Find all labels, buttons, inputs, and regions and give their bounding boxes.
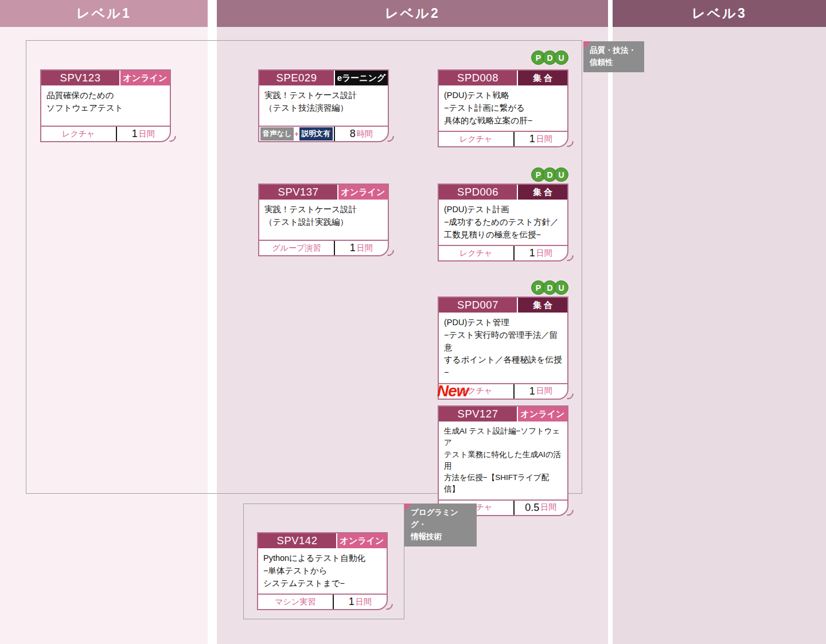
course-title-line: −単体テストから (263, 565, 381, 577)
category-label-line: プログラミング・ (411, 507, 472, 531)
course-method: レクチャ (439, 132, 515, 146)
course-title-line: 工数見積りの極意を伝授− (444, 229, 562, 241)
description-available-badge: 説明文有 (299, 127, 333, 140)
course-title: (PDU)テスト計画 −成功するためのテスト方針／ 工数見積りの極意を伝授− (439, 200, 567, 245)
course-code: SPV123 (41, 71, 119, 85)
category-label-line: 情報技術 (411, 531, 472, 543)
course-footer: レクチャ 1 日間 (41, 126, 170, 141)
course-title-line: ソフトウェアテスト (46, 102, 165, 115)
course-card-spd006[interactable]: SPD006 集 合 (PDU)テスト計画 −成功するためのテスト方針／ 工数見… (438, 184, 568, 261)
course-title: Pythonによるテスト自動化 −単体テストから システムテストまで− (258, 548, 387, 594)
duration-unit: 日間 (536, 134, 552, 145)
course-title-line: するポイント／各種秘訣を伝授− (444, 354, 562, 379)
course-card-header: SPV123 オンライン (41, 71, 170, 85)
pdu-badge: P D U (531, 50, 568, 65)
course-code: SPD007 (439, 298, 517, 313)
pdu-letter: U (554, 280, 568, 295)
delivery-badge-online: オンライン (517, 407, 567, 421)
course-title: 実践！テストケース設計 （テスト技法演習編） (259, 85, 388, 126)
course-footer: レクチャ 1 日間 (439, 131, 567, 146)
course-footer: 音声なし + 説明文有 8 時間 (259, 126, 388, 141)
course-footer: マシン実習 1 日間 (258, 594, 387, 609)
course-title-line: −テスト計画に繋がる (444, 102, 562, 115)
duration-value: 0.5 (525, 502, 539, 514)
course-card-header: SPD008 集 合 (439, 71, 567, 85)
duration-value: 1 (132, 128, 138, 140)
level2-header: レベル2 (217, 0, 608, 27)
course-method: レクチャ (439, 246, 515, 260)
course-method: マシン実習 (258, 595, 334, 609)
course-title-line: テスト業務に特化した生成AIの活用 (444, 449, 562, 473)
course-title-line: （テスト設計実践編） (264, 216, 383, 229)
level3-header: レベル3 (613, 0, 826, 27)
duration-value: 1 (529, 133, 535, 145)
course-title-line: 生成AI テスト設計編−ソフトウェア (444, 426, 562, 449)
course-card-spe029[interactable]: SPE029 eラーニング 実践！テストケース設計 （テスト技法演習編） 音声な… (258, 69, 389, 142)
course-card-header: SPV137 オンライン (259, 185, 388, 200)
audio-none-badge: 音声なし (260, 127, 294, 140)
new-flag: New (437, 382, 469, 400)
course-title-line: （テスト技法演習編） (264, 102, 383, 115)
duration-unit: 日間 (536, 248, 552, 259)
category-label-programming: プログラミング・ 情報技術 (404, 504, 477, 547)
duration-value: 1 (529, 247, 535, 259)
delivery-badge-online: オンライン (336, 533, 387, 548)
pdu-letter: U (554, 167, 568, 182)
course-footer: グループ演習 1 日間 (259, 240, 388, 255)
category-label-quality: 品質・技法・ 信頼性 (583, 41, 644, 72)
course-title-line: (PDU)テスト管理 (444, 317, 562, 329)
course-card-header: SPE029 eラーニング (259, 71, 388, 85)
course-title-line: (PDU)テスト計画 (444, 204, 562, 216)
course-card-spv137[interactable]: SPV137 オンライン 実践！テストケース設計 （テスト設計実践編） グループ… (258, 184, 389, 256)
course-title-line: 実践！テストケース設計 (264, 89, 383, 102)
course-title-line: (PDU)テスト戦略 (444, 89, 562, 102)
delivery-badge-classroom: 集 合 (517, 298, 567, 313)
duration-value: 1 (529, 385, 535, 397)
course-code: SPV137 (259, 185, 337, 200)
delivery-badge-classroom: 集 合 (517, 71, 567, 85)
course-title: (PDU)テスト管理 −テスト実行時の管理手法／留意 するポイント／各種秘訣を伝… (439, 313, 567, 383)
plus-separator: + (294, 130, 299, 138)
course-card-spd008[interactable]: SPD008 集 合 (PDU)テスト戦略 −テスト計画に繋がる 具体的な戦略立… (438, 69, 568, 147)
course-method: 音声なし + 説明文有 (259, 127, 335, 141)
duration-value: 1 (349, 596, 354, 608)
duration-unit: 時間 (357, 129, 373, 139)
course-title: 実践！テストケース設計 （テスト設計実践編） (259, 200, 388, 240)
duration-unit: 日間 (357, 243, 373, 253)
level1-header: レベル1 (0, 0, 208, 27)
course-method: レクチャ (41, 127, 117, 141)
course-title-line: 実践！テストケース設計 (264, 204, 383, 216)
course-title-line: Pythonによるテスト自動化 (263, 552, 381, 565)
level3-column-background (613, 27, 826, 644)
course-code: SPE029 (259, 71, 334, 85)
duration-unit: 日間 (536, 386, 552, 396)
course-card-header: SPD006 集 合 (439, 185, 567, 200)
course-title-line: −成功するためのテスト方針／ (444, 216, 562, 229)
delivery-badge-classroom: 集 合 (517, 185, 567, 200)
course-card-spv142[interactable]: SPV142 オンライン Pythonによるテスト自動化 −単体テストから シス… (257, 532, 388, 610)
duration-unit: 日間 (356, 597, 372, 607)
delivery-badge-online: オンライン (119, 71, 170, 85)
delivery-badge-elearning: eラーニング (334, 71, 388, 85)
course-card-spv127[interactable]: SPV127 オンライン 生成AI テスト設計編−ソフトウェア テスト業務に特化… (438, 405, 568, 516)
duration-unit: 日間 (540, 502, 556, 513)
course-title: 品質確保のための ソフトウェアテスト (41, 85, 170, 126)
delivery-badge-online: オンライン (337, 185, 388, 200)
pdu-letter: U (554, 50, 568, 65)
course-title-line: 具体的な戦略立案の肝− (444, 115, 562, 127)
course-code: SPV127 (439, 407, 517, 421)
course-card-spv123[interactable]: SPV123 オンライン 品質確保のための ソフトウェアテスト レクチャ 1 日… (40, 69, 171, 142)
course-title: (PDU)テスト戦略 −テスト計画に繋がる 具体的な戦略立案の肝− (439, 85, 567, 131)
pdu-badge: P D U (531, 280, 568, 295)
duration-value: 1 (350, 242, 356, 254)
course-title-line: 品質確保のための (46, 89, 165, 102)
course-title-line: 方法を伝授−【SHIFTライブ配信】 (444, 472, 562, 495)
course-title-line: システムテストまで− (263, 577, 381, 590)
course-code: SPV142 (258, 533, 336, 548)
course-code: SPD008 (439, 71, 517, 85)
course-title-line: −テスト実行時の管理手法／留意 (444, 329, 562, 354)
course-footer: レクチャ 1 日間 (439, 245, 567, 260)
course-method: グループ演習 (259, 241, 335, 255)
pdu-badge: P D U (531, 167, 568, 182)
duration-value: 8 (350, 128, 356, 140)
